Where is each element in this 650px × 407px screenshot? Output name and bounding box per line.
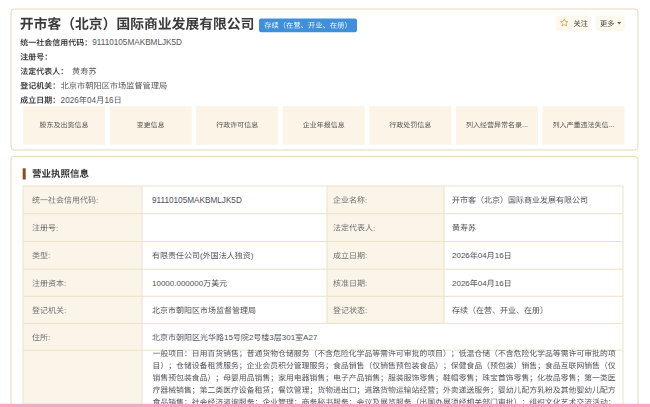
svg-text::: : [56,224,58,233]
svg-text:2026: 2026 [452,279,470,288]
svg-text::: : [96,196,98,205]
svg-text:15: 15 [224,333,233,342]
svg-text:): ) [251,251,254,260]
svg-text::: : [365,251,367,260]
svg-text:04: 04 [87,96,97,105]
svg-text::: : [373,224,375,233]
svg-text::: : [48,333,50,342]
svg-text:16: 16 [495,251,504,260]
svg-text::: : [64,279,66,288]
svg-text:301: 301 [282,333,296,342]
svg-text:04: 04 [478,251,487,260]
svg-text:2026: 2026 [452,251,470,260]
svg-text:91110105MAKBMLJK5D: 91110105MAKBMLJK5D [92,38,182,47]
svg-text:10000.000000: 10000.000000 [152,279,204,288]
svg-text:2026: 2026 [61,96,80,105]
svg-text:...: ... [522,121,528,128]
svg-text:2: 2 [249,333,254,342]
svg-text:16: 16 [104,96,114,105]
svg-text::: : [48,251,50,260]
svg-text::: : [64,306,66,315]
svg-text:91110105MAKBMLJK5D: 91110105MAKBMLJK5D [152,196,242,205]
svg-text::: : [365,279,367,288]
svg-text:(: ( [200,251,203,260]
svg-text:16: 16 [495,279,504,288]
svg-text:A27: A27 [303,333,318,342]
svg-text:3: 3 [269,333,274,342]
svg-text:...: ... [609,121,615,128]
svg-text::: : [365,196,367,205]
svg-text::: : [365,306,367,315]
svg-text:04: 04 [478,279,487,288]
